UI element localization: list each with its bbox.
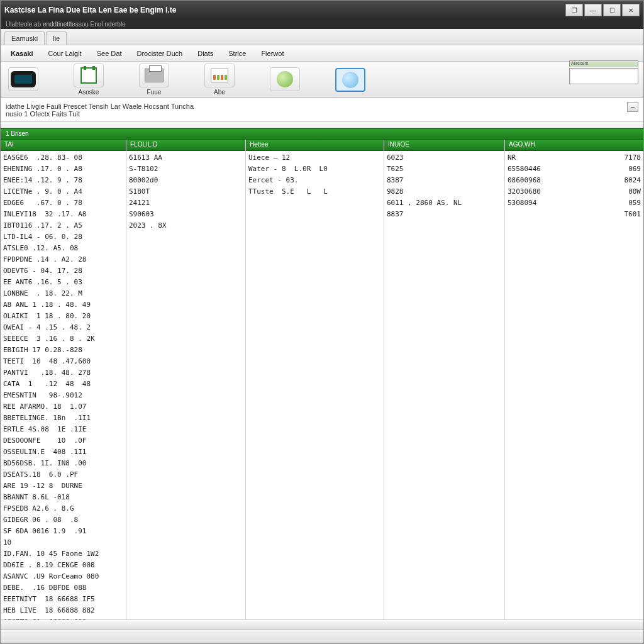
list-item[interactable]: 10 xyxy=(3,537,123,548)
list-item[interactable]: Water - 8 L.0R L0 xyxy=(248,164,381,175)
col2-body[interactable]: Uiece – 12Water - 8 L.0R L0Eercet - 03.T… xyxy=(246,151,384,619)
titlebar: Kastcise La Fina Due Eita Len Eae be Eng… xyxy=(1,1,643,19)
list-item[interactable]: 2023 . 8X xyxy=(129,220,243,231)
list-item[interactable]: ATSLE0 .12. A5. 08 xyxy=(3,243,123,254)
search-input[interactable] xyxy=(569,68,638,84)
list-item[interactable]: NR7178 xyxy=(508,152,641,164)
menu-drocister[interactable]: Drocister Duch xyxy=(129,47,190,60)
col4-header: AGO.WH xyxy=(505,140,643,151)
list-item[interactable]: ENEE:14 .12. 9 . 78 xyxy=(3,175,123,186)
list-item[interactable]: ARE 19 -12 8 DURNE xyxy=(3,480,123,492)
list-item[interactable]: IBT0116 .17. 2 . A5 xyxy=(3,220,123,231)
list-item[interactable]: EMESNTIN 98-.9012 xyxy=(3,390,123,401)
list-item[interactable]: 65580446069 xyxy=(508,164,641,175)
list-item[interactable]: EHENING .17. 0 . A8 xyxy=(3,164,123,175)
list-item[interactable]: OLAIKI 1 18 . 80. 20 xyxy=(3,311,123,322)
list-item[interactable]: 6011 , 2860 AS. NL xyxy=(387,197,502,209)
list-item[interactable]: EBIGIH 17 0.28.-828 xyxy=(3,345,123,356)
list-item[interactable]: 80002d0 xyxy=(129,175,243,186)
list-item[interactable]: EASGE6 .28. 83- 08 xyxy=(3,152,123,164)
list-item[interactable]: 086009688024 xyxy=(508,175,641,186)
maximize-button[interactable]: ☐ xyxy=(603,4,621,16)
list-item[interactable]: 61613 AA xyxy=(129,152,243,164)
tool-calendar[interactable]: Asoske xyxy=(71,64,106,96)
list-item[interactable]: ODEVT6 - 04. 17. 28 xyxy=(3,265,123,277)
list-item[interactable]: 9828 xyxy=(387,186,502,197)
menu-diats[interactable]: Diats xyxy=(190,47,221,60)
extra-window-button[interactable]: ❐ xyxy=(565,4,583,16)
list-item[interactable]: PANTVI .18. 48. 278 xyxy=(3,367,123,379)
list-item[interactable]: Eercet - 03. xyxy=(248,175,381,186)
tool-device[interactable] xyxy=(6,67,41,92)
list-item[interactable]: TTuste S.E L L xyxy=(248,186,381,197)
tool-printer[interactable]: Fuue xyxy=(136,64,172,96)
close-button[interactable]: ✕ xyxy=(622,4,640,16)
list-item[interactable]: REE AFARMO. 18 1.07 xyxy=(3,401,123,413)
minimize-button[interactable]: — xyxy=(584,4,602,16)
tool-globe[interactable] xyxy=(267,67,303,92)
list-item[interactable]: 8387 xyxy=(387,175,502,186)
list-item[interactable]: OWEAI - 4 .15 . 48. 2 xyxy=(3,322,123,333)
list-item[interactable]: ERTLE 4S.08 1E .1IE xyxy=(3,424,123,435)
list-item[interactable]: T625 xyxy=(387,164,502,175)
list-item[interactable]: Uiece – 12 xyxy=(248,152,381,164)
section-header: 1 Brisen xyxy=(1,128,643,140)
list-item[interactable]: S90603 xyxy=(129,209,243,220)
list-item[interactable]: DESOOONFE 10 .0F xyxy=(3,435,123,447)
list-item[interactable]: OSSEULIN.E 408 .1I1 xyxy=(3,447,123,458)
menu-strice[interactable]: Strlce xyxy=(221,47,253,60)
tool-calendar-label: Asoske xyxy=(79,89,99,96)
tool-chart[interactable]: Abe xyxy=(202,64,237,96)
list-item[interactable]: TEETI 10 48 .47,600 xyxy=(3,356,123,367)
col1-body[interactable]: 61613 AAS-T810280002d0S180T24121S9060320… xyxy=(126,151,245,619)
list-item[interactable]: S180T xyxy=(129,186,243,197)
list-item[interactable]: EDGE6 .67. 0 . 78 xyxy=(3,197,123,209)
list-item[interactable]: T601 xyxy=(508,209,641,220)
list-item[interactable]: 5308094059 xyxy=(508,197,641,209)
list-item[interactable]: DSEATS.18 6.0 .PF xyxy=(3,469,123,480)
list-item[interactable]: BBANNT 8.6L -018 xyxy=(3,492,123,503)
list-item[interactable]: LTD-IL4 - 06. 0. 28 xyxy=(3,231,123,243)
list-item[interactable]: 8837 xyxy=(387,209,502,220)
tab-0[interactable]: Eamuski xyxy=(4,31,45,45)
list-item[interactable]: FPDPDNE .14 . A2. 28 xyxy=(3,254,123,265)
column-4: AGO.WH NR7178655804460690860096880243203… xyxy=(505,140,643,619)
list-item[interactable]: SF 6DA 0016 1.9 .91 xyxy=(3,526,123,537)
list-item[interactable]: BBETELINGE. 1Bn .1I1 xyxy=(3,413,123,424)
list-item[interactable]: 6023 xyxy=(387,152,502,164)
list-item[interactable]: DEBE. .16 DBFDE 088 xyxy=(3,582,123,594)
list-item[interactable]: HEB LIVE 18 66888 882 xyxy=(3,605,123,616)
list-item[interactable]: 3203068000W xyxy=(508,186,641,197)
tool-chart-label: Abe xyxy=(214,89,225,96)
col3-body[interactable]: 6023T625838798286011 , 2860 AS. NL8837 xyxy=(384,151,504,619)
menu-kasaki[interactable]: Kasaki xyxy=(3,47,40,60)
list-item[interactable]: LICETNe . 9. 0 . A4 xyxy=(3,186,123,197)
list-item[interactable]: CATA 1 .12 48 48 xyxy=(3,379,123,390)
list-item[interactable]: INLEYI18 32 .17. A8 xyxy=(3,209,123,220)
list-item[interactable]: FPSEDB A2.6 . 8.G xyxy=(3,503,123,514)
list-item[interactable]: ID.FAN. 10 45 Faone 1W2 xyxy=(3,548,123,560)
list-item[interactable]: LONBNE . 18. 22. M xyxy=(3,288,123,299)
list-item[interactable]: SEEECE 3 .16 . 8 . 2K xyxy=(3,333,123,345)
list-item[interactable]: GIDEGR 06 . 08 .8 xyxy=(3,514,123,526)
h-scrollbar[interactable] xyxy=(1,619,643,630)
col2-header: Hettee xyxy=(246,140,384,151)
list-item[interactable]: EEETNIYT 18 66688 IF5 xyxy=(3,594,123,605)
menu-fierwot[interactable]: Fierwot xyxy=(253,47,291,60)
col0-body[interactable]: EASGE6 .28. 83- 08EHENING .17. 0 . A8ENE… xyxy=(1,151,126,619)
list-item[interactable]: A8 ANL 1 .18 . 48. 49 xyxy=(3,299,123,311)
col4-body[interactable]: NR7178655804460690860096880243203068000W… xyxy=(505,151,643,619)
tab-1[interactable]: lie xyxy=(46,31,67,45)
tool-printer-label: Fuue xyxy=(147,89,162,96)
list-item[interactable]: EE ANT6 .16. 5 . 03 xyxy=(3,277,123,288)
collapse-button[interactable]: – xyxy=(627,102,638,112)
tool-world[interactable] xyxy=(333,68,368,92)
list-item[interactable]: BD56DSB. 1I. IN8 .00 xyxy=(3,458,123,469)
list-item[interactable]: S-T8102 xyxy=(129,164,243,175)
list-item[interactable]: 24121 xyxy=(129,197,243,209)
menu-seedat[interactable]: See Dat xyxy=(89,47,130,60)
app-window: Kastcise La Fina Due Eita Len Eae be Eng… xyxy=(0,0,644,644)
menu-cour[interactable]: Cour Laigit xyxy=(40,47,89,60)
list-item[interactable]: DD6IE . 8.19 CENGE 008 xyxy=(3,560,123,571)
list-item[interactable]: ASANVC .U9 RorCeamo 080 xyxy=(3,571,123,582)
